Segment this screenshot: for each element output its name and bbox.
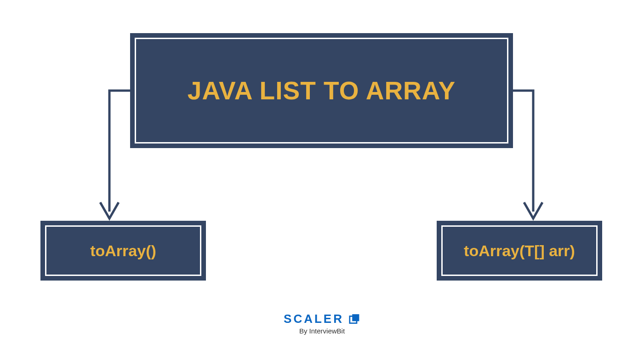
method-left-label: toArray() [90, 242, 156, 260]
brand-name: SCALER [284, 312, 344, 326]
diagram-child-right: toArray(T[] arr) [437, 221, 602, 281]
diagram-title: JAVA LIST TO ARRAY [188, 76, 456, 105]
diagram-child-left: toArray() [40, 221, 206, 281]
brand-logo-icon [348, 313, 360, 325]
method-right-label: toArray(T[] arr) [464, 242, 575, 260]
diagram-root-node: JAVA LIST TO ARRAY [130, 33, 513, 148]
svg-rect-1 [353, 314, 359, 321]
brand-byline: By InterviewBit [284, 327, 360, 335]
branding-line: SCALER [284, 312, 360, 326]
branding: SCALER By InterviewBit [284, 312, 360, 335]
